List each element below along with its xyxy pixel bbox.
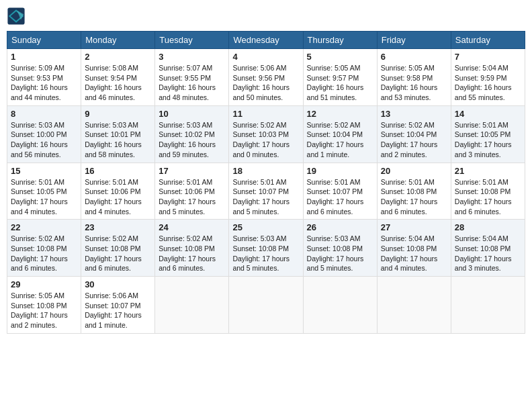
cell-content: Sunrise: 5:06 AM Sunset: 10:07 PM Daylig… bbox=[85, 291, 151, 330]
calendar-cell bbox=[155, 277, 229, 334]
sunrise-label: Sunrise: 5:02 AM bbox=[85, 234, 138, 242]
sunset-label: Sunset: 10:03 PM bbox=[232, 130, 288, 138]
cell-content: Sunrise: 5:04 AM Sunset: 9:59 PM Dayligh… bbox=[455, 63, 521, 103]
daylight-label: Daylight: 17 hours and 1 minute. bbox=[307, 140, 364, 158]
calendar-week-1: 1 Sunrise: 5:09 AM Sunset: 9:53 PM Dayli… bbox=[7, 49, 525, 106]
cell-content: Sunrise: 5:05 AM Sunset: 10:08 PM Daylig… bbox=[11, 291, 77, 330]
day-number: 14 bbox=[455, 109, 521, 119]
sunrise-label: Sunrise: 5:03 AM bbox=[307, 234, 361, 242]
day-number: 12 bbox=[307, 109, 373, 119]
day-number: 25 bbox=[232, 222, 299, 232]
sunset-label: Sunset: 9:57 PM bbox=[307, 74, 359, 82]
calendar-week-4: 22 Sunrise: 5:02 AM Sunset: 10:08 PM Day… bbox=[7, 220, 525, 277]
sunset-label: Sunset: 10:04 PM bbox=[307, 130, 363, 138]
daylight-label: Daylight: 16 hours and 56 minutes. bbox=[11, 140, 68, 158]
cell-content: Sunrise: 5:03 AM Sunset: 10:01 PM Daylig… bbox=[85, 120, 151, 160]
cell-content: Sunrise: 5:03 AM Sunset: 10:02 PM Daylig… bbox=[159, 120, 225, 160]
sunrise-label: Sunrise: 5:05 AM bbox=[307, 64, 361, 72]
sunset-label: Sunset: 9:53 PM bbox=[11, 74, 63, 82]
weekday-header-thursday: Thursday bbox=[303, 32, 377, 49]
daylight-label: Daylight: 17 hours and 3 minutes. bbox=[455, 140, 512, 158]
sunrise-label: Sunrise: 5:01 AM bbox=[232, 178, 286, 186]
sunrise-label: Sunrise: 5:01 AM bbox=[455, 121, 508, 129]
cell-content: Sunrise: 5:01 AM Sunset: 10:08 PM Daylig… bbox=[381, 177, 447, 217]
sunset-label: Sunset: 10:07 PM bbox=[307, 187, 363, 195]
cell-content: Sunrise: 5:01 AM Sunset: 10:06 PM Daylig… bbox=[85, 177, 151, 217]
daylight-label: Daylight: 16 hours and 55 minutes. bbox=[455, 83, 512, 101]
sunrise-label: Sunrise: 5:06 AM bbox=[85, 291, 138, 300]
calendar-cell: 20 Sunrise: 5:01 AM Sunset: 10:08 PM Day… bbox=[377, 163, 451, 220]
day-number: 23 bbox=[85, 222, 151, 232]
cell-content: Sunrise: 5:02 AM Sunset: 10:04 PM Daylig… bbox=[307, 120, 373, 160]
weekday-header-wednesday: Wednesday bbox=[229, 32, 303, 49]
calendar-cell: 15 Sunrise: 5:01 AM Sunset: 10:05 PM Day… bbox=[7, 163, 81, 220]
calendar-cell: 25 Sunrise: 5:03 AM Sunset: 10:08 PM Day… bbox=[229, 220, 303, 277]
cell-content: Sunrise: 5:03 AM Sunset: 10:08 PM Daylig… bbox=[307, 234, 373, 273]
sunrise-label: Sunrise: 5:01 AM bbox=[159, 178, 212, 186]
daylight-label: Daylight: 17 hours and 5 minutes. bbox=[159, 197, 216, 216]
logo-icon bbox=[7, 7, 26, 26]
calendar-cell: 9 Sunrise: 5:03 AM Sunset: 10:01 PM Dayl… bbox=[81, 105, 155, 163]
sunrise-label: Sunrise: 5:02 AM bbox=[307, 121, 361, 129]
weekday-header-row: SundayMondayTuesdayWednesdayThursdayFrid… bbox=[7, 32, 525, 49]
cell-content: Sunrise: 5:05 AM Sunset: 9:57 PM Dayligh… bbox=[307, 63, 373, 103]
sunset-label: Sunset: 10:08 PM bbox=[307, 244, 363, 253]
daylight-label: Daylight: 16 hours and 58 minutes. bbox=[85, 140, 142, 158]
calendar-cell: 1 Sunrise: 5:09 AM Sunset: 9:53 PM Dayli… bbox=[7, 49, 81, 106]
cell-content: Sunrise: 5:01 AM Sunset: 10:05 PM Daylig… bbox=[455, 120, 521, 160]
cell-content: Sunrise: 5:01 AM Sunset: 10:07 PM Daylig… bbox=[232, 177, 299, 217]
sunrise-label: Sunrise: 5:01 AM bbox=[307, 178, 361, 186]
daylight-label: Daylight: 17 hours and 1 minute. bbox=[85, 311, 142, 329]
cell-content: Sunrise: 5:04 AM Sunset: 10:08 PM Daylig… bbox=[381, 234, 447, 273]
sunset-label: Sunset: 10:08 PM bbox=[381, 187, 437, 195]
sunset-label: Sunset: 9:56 PM bbox=[232, 74, 285, 82]
calendar-week-3: 15 Sunrise: 5:01 AM Sunset: 10:05 PM Day… bbox=[7, 163, 525, 220]
calendar-cell bbox=[303, 277, 377, 334]
day-number: 26 bbox=[307, 222, 373, 232]
cell-content: Sunrise: 5:01 AM Sunset: 10:06 PM Daylig… bbox=[159, 177, 225, 217]
cell-content: Sunrise: 5:09 AM Sunset: 9:53 PM Dayligh… bbox=[11, 63, 77, 103]
cell-content: Sunrise: 5:06 AM Sunset: 9:56 PM Dayligh… bbox=[232, 63, 299, 103]
calendar-cell bbox=[451, 277, 525, 334]
calendar-table: SundayMondayTuesdayWednesdayThursdayFrid… bbox=[7, 31, 525, 334]
calendar-cell: 22 Sunrise: 5:02 AM Sunset: 10:08 PM Day… bbox=[7, 220, 81, 277]
sunrise-label: Sunrise: 5:03 AM bbox=[159, 121, 212, 129]
daylight-label: Daylight: 17 hours and 5 minutes. bbox=[307, 255, 364, 273]
sunrise-label: Sunrise: 5:06 AM bbox=[232, 64, 286, 72]
header bbox=[7, 7, 525, 26]
calendar-cell: 30 Sunrise: 5:06 AM Sunset: 10:07 PM Day… bbox=[81, 277, 155, 334]
daylight-label: Daylight: 17 hours and 0 minutes. bbox=[232, 140, 290, 158]
sunset-label: Sunset: 9:55 PM bbox=[159, 74, 211, 82]
daylight-label: Daylight: 16 hours and 59 minutes. bbox=[159, 140, 216, 158]
day-number: 29 bbox=[11, 279, 77, 289]
day-number: 8 bbox=[11, 109, 77, 119]
sunrise-label: Sunrise: 5:02 AM bbox=[11, 234, 64, 242]
weekday-header-saturday: Saturday bbox=[451, 32, 525, 49]
cell-content: Sunrise: 5:05 AM Sunset: 9:58 PM Dayligh… bbox=[381, 63, 447, 103]
sunrise-label: Sunrise: 5:01 AM bbox=[11, 178, 64, 186]
sunset-label: Sunset: 9:59 PM bbox=[455, 74, 507, 82]
sunset-label: Sunset: 10:05 PM bbox=[455, 130, 511, 138]
day-number: 13 bbox=[381, 109, 447, 119]
sunset-label: Sunset: 9:58 PM bbox=[381, 74, 433, 82]
calendar-cell: 28 Sunrise: 5:04 AM Sunset: 10:08 PM Day… bbox=[451, 220, 525, 277]
day-number: 16 bbox=[85, 166, 151, 176]
day-number: 17 bbox=[159, 166, 225, 176]
sunset-label: Sunset: 10:06 PM bbox=[159, 187, 214, 195]
daylight-label: Daylight: 16 hours and 48 minutes. bbox=[159, 83, 216, 101]
cell-content: Sunrise: 5:04 AM Sunset: 10:08 PM Daylig… bbox=[455, 234, 521, 273]
calendar-cell bbox=[229, 277, 303, 334]
cell-content: Sunrise: 5:02 AM Sunset: 10:04 PM Daylig… bbox=[381, 120, 447, 160]
calendar-cell: 26 Sunrise: 5:03 AM Sunset: 10:08 PM Day… bbox=[303, 220, 377, 277]
calendar-cell: 8 Sunrise: 5:03 AM Sunset: 10:00 PM Dayl… bbox=[7, 105, 81, 163]
sunrise-label: Sunrise: 5:05 AM bbox=[11, 291, 64, 300]
calendar-week-2: 8 Sunrise: 5:03 AM Sunset: 10:00 PM Dayl… bbox=[7, 105, 525, 163]
daylight-label: Daylight: 17 hours and 6 minutes. bbox=[455, 197, 512, 216]
cell-content: Sunrise: 5:02 AM Sunset: 10:08 PM Daylig… bbox=[85, 234, 151, 273]
cell-content: Sunrise: 5:02 AM Sunset: 10:08 PM Daylig… bbox=[159, 234, 225, 273]
daylight-label: Daylight: 17 hours and 6 minutes. bbox=[381, 197, 438, 216]
sunset-label: Sunset: 10:08 PM bbox=[85, 244, 140, 253]
sunrise-label: Sunrise: 5:01 AM bbox=[381, 178, 435, 186]
sunset-label: Sunset: 10:05 PM bbox=[11, 187, 66, 195]
sunrise-label: Sunrise: 5:02 AM bbox=[232, 121, 286, 129]
